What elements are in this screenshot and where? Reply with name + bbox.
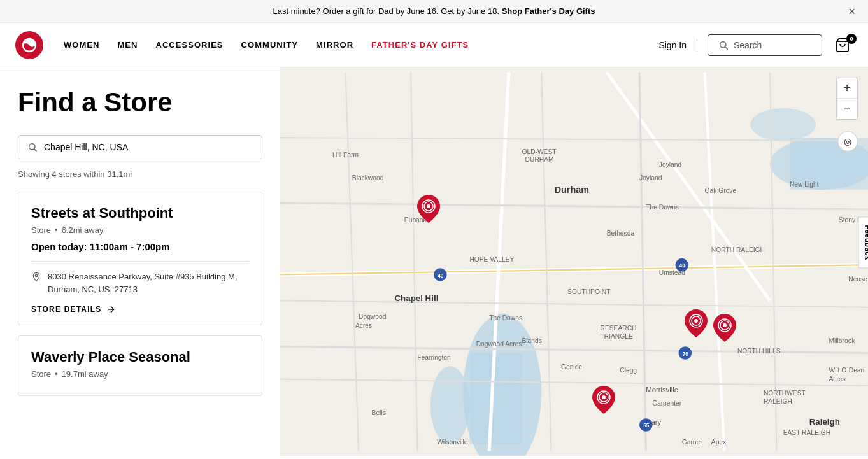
- nav-item-accessories[interactable]: ACCESSORIES: [156, 40, 224, 50]
- map-area: Durham Chapel Hill RESEARCH TRIANGLE NOR…: [280, 67, 868, 456]
- svg-text:SOUTHPOINT: SOUTHPOINT: [567, 288, 611, 295]
- map-pin-2[interactable]: [685, 309, 708, 339]
- header-right: Sign In Search 0: [658, 34, 853, 56]
- store-name-2: Waverly Place Seasonal: [31, 349, 249, 365]
- svg-text:40: 40: [438, 273, 444, 279]
- svg-point-0: [720, 41, 726, 47]
- zoom-in-button[interactable]: +: [837, 78, 857, 99]
- svg-text:Durham: Durham: [555, 185, 589, 195]
- feedback-tab[interactable]: Feedback: [858, 216, 868, 268]
- sign-in-link[interactable]: Sign In: [658, 40, 687, 50]
- top-banner: Last minute? Order a gift for Dad by Jun…: [0, 0, 868, 23]
- map-pin-1[interactable]: [417, 195, 440, 225]
- store-distance-2: 19.7mi away: [62, 369, 108, 379]
- svg-text:70: 70: [683, 351, 689, 357]
- search-placeholder: Search: [734, 40, 762, 50]
- nav-item-women[interactable]: WOMEN: [64, 40, 99, 50]
- map-pin-icon-3: [713, 314, 736, 342]
- compass-icon: ◎: [844, 136, 851, 146]
- store-details-link-1[interactable]: STORE DETAILS: [31, 304, 249, 314]
- svg-point-93: [723, 323, 727, 327]
- svg-point-5: [35, 275, 37, 277]
- svg-text:Chapel Hill: Chapel Hill: [394, 293, 438, 303]
- svg-text:55: 55: [643, 423, 650, 428]
- svg-text:Genlee: Genlee: [561, 364, 582, 371]
- store-count: Showing 4 stores within 31.1mi: [18, 169, 262, 179]
- store-type-2: Store: [31, 369, 51, 379]
- store-meta-2: Store • 19.7mi away: [31, 369, 249, 379]
- svg-text:Neuse: Neuse: [848, 276, 867, 283]
- svg-text:Acres: Acres: [829, 376, 845, 383]
- svg-text:The Downs: The Downs: [646, 204, 679, 211]
- svg-rect-10: [469, 353, 522, 445]
- store-hours-1: Open today: 11:00am - 7:00pm: [31, 241, 249, 252]
- svg-text:TRIANGLE: TRIANGLE: [601, 333, 633, 340]
- svg-point-87: [427, 204, 430, 208]
- svg-text:Millbrook: Millbrook: [829, 337, 855, 344]
- svg-text:Oak Grove: Oak Grove: [705, 187, 737, 194]
- svg-text:DURHAM: DURHAM: [525, 156, 554, 163]
- nav-item-community[interactable]: COMMUNITY: [241, 40, 299, 50]
- banner-link[interactable]: Shop Father's Day Gifts: [502, 6, 595, 16]
- svg-point-90: [694, 319, 698, 323]
- svg-text:Will-O-Dean: Will-O-Dean: [829, 367, 864, 374]
- svg-text:RALEIGH: RALEIGH: [764, 398, 792, 405]
- svg-text:Hill Farm: Hill Farm: [332, 152, 359, 159]
- svg-text:OLD-WEST: OLD-WEST: [522, 148, 557, 155]
- cart-badge: 0: [846, 34, 857, 44]
- main-nav: WOMEN MEN ACCESSORIES COMMUNITY MIRROR F…: [64, 40, 658, 50]
- map-pin-icon-1: [417, 195, 440, 223]
- header-divider: [697, 39, 697, 52]
- main-content: Find a Store Showing 4 stores within 31.…: [0, 67, 868, 456]
- cart-icon[interactable]: 0: [832, 35, 853, 55]
- store-card-1: Streets at Southpoint Store • 6.2mi away…: [18, 192, 262, 325]
- left-panel: Find a Store Showing 4 stores within 31.…: [0, 67, 280, 456]
- location-search-icon: [27, 142, 38, 152]
- nav-item-men[interactable]: MEN: [117, 40, 138, 50]
- svg-text:NORTH RALEIGH: NORTH RALEIGH: [711, 246, 765, 253]
- map-pin-4[interactable]: [592, 386, 615, 416]
- svg-text:Apex: Apex: [711, 439, 727, 446]
- svg-text:Clegg: Clegg: [620, 367, 637, 374]
- svg-line-4: [34, 149, 37, 152]
- svg-text:The Downs: The Downs: [489, 314, 522, 321]
- svg-text:Dogwood: Dogwood: [359, 313, 387, 320]
- map-pin-icon-2: [685, 309, 708, 337]
- map-pin-3[interactable]: [713, 314, 736, 344]
- banner-text: Last minute? Order a gift for Dad by Jun…: [273, 6, 499, 16]
- logo-icon: [20, 36, 38, 54]
- store-name-1: Streets at Southpoint: [31, 205, 249, 222]
- svg-text:Fearrington: Fearrington: [417, 354, 451, 361]
- svg-text:Joyland: Joyland: [639, 174, 662, 181]
- store-address-text-1: 8030 Renaissance Parkway, Suite #935 Bui…: [48, 271, 238, 295]
- svg-text:Raleigh: Raleigh: [809, 417, 840, 427]
- map-placeholder: Durham Chapel Hill RESEARCH TRIANGLE NOR…: [280, 67, 868, 456]
- svg-text:NORTHWEST: NORTHWEST: [764, 390, 806, 397]
- svg-text:NORTH HILLS: NORTH HILLS: [737, 348, 781, 355]
- svg-text:Carpenter: Carpenter: [653, 400, 682, 407]
- map-compass[interactable]: ◎: [837, 131, 858, 152]
- svg-text:Morrisville: Morrisville: [646, 386, 678, 393]
- store-card-2: Waverly Place Seasonal Store • 19.7mi aw…: [18, 335, 262, 396]
- logo[interactable]: [15, 31, 43, 59]
- svg-line-1: [725, 47, 728, 50]
- svg-text:Bells: Bells: [372, 409, 386, 416]
- svg-text:New Light: New Light: [790, 181, 819, 188]
- nav-item-fathers-day[interactable]: FATHER'S DAY GIFTS: [371, 40, 469, 50]
- map-svg: Durham Chapel Hill RESEARCH TRIANGLE NOR…: [280, 67, 868, 456]
- svg-text:Blands: Blands: [522, 337, 541, 344]
- location-search[interactable]: [18, 135, 262, 159]
- location-pin-icon-1: [31, 272, 41, 282]
- svg-text:Acres: Acres: [355, 322, 372, 329]
- zoom-out-button[interactable]: −: [837, 99, 857, 119]
- nav-item-mirror[interactable]: MIRROR: [316, 40, 353, 50]
- svg-text:Blackwood: Blackwood: [352, 174, 384, 181]
- search-bar[interactable]: Search: [708, 34, 822, 56]
- location-input[interactable]: [44, 142, 253, 152]
- map-controls: + −: [836, 78, 858, 120]
- search-icon: [718, 40, 729, 50]
- svg-text:HOPE VALLEY: HOPE VALLEY: [469, 256, 514, 263]
- svg-text:EAST RALEIGH: EAST RALEIGH: [783, 429, 830, 436]
- svg-text:Dogwood Acres: Dogwood Acres: [476, 341, 522, 348]
- banner-close-button[interactable]: ×: [848, 4, 855, 18]
